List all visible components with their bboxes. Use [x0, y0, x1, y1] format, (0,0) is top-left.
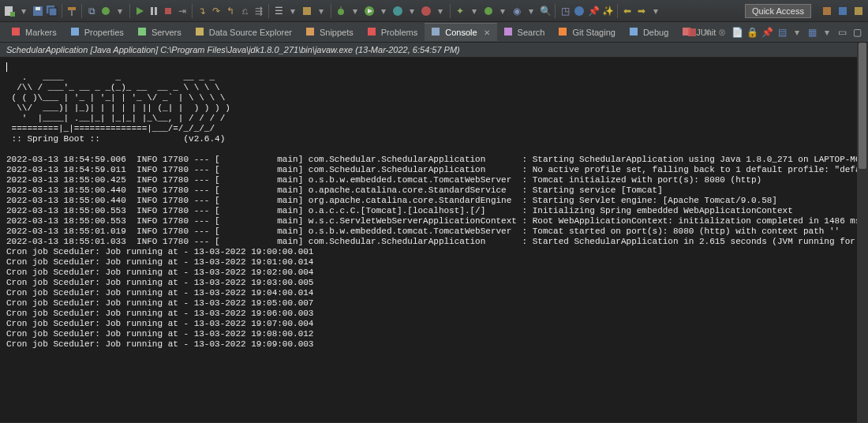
svg-rect-5: [49, 8, 57, 16]
tab-label: Problems: [381, 28, 417, 37]
tab-snippets[interactable]: Snippets: [299, 23, 361, 41]
scroll-lock-icon[interactable]: 🔒: [746, 26, 758, 39]
svg-rect-26: [71, 28, 79, 36]
tab-label: Properties: [84, 28, 124, 37]
separator: [129, 4, 130, 18]
vertical-scrollbar[interactable]: [857, 43, 868, 423]
separator: [617, 4, 618, 18]
svg-rect-27: [138, 28, 146, 36]
svg-rect-7: [71, 9, 73, 16]
wand-icon[interactable]: ✨: [601, 5, 614, 17]
log-lines-block: 2022-03-13 18:54:59.006 INFO 17780 --- […: [6, 155, 868, 246]
step-return-icon[interactable]: ↰: [224, 5, 237, 17]
open-task-icon[interactable]: ◉: [511, 5, 523, 17]
git-icon[interactable]: ◳: [559, 5, 571, 17]
save-icon[interactable]: [32, 5, 44, 17]
open-type-icon[interactable]: ✦: [454, 5, 466, 17]
separator: [331, 4, 331, 18]
tab-label: Data Source Explorer: [209, 28, 292, 37]
add-server-icon[interactable]: ☰: [272, 5, 285, 17]
main-toolbar: ▾ ⧉ ▾ ⇥ ↴ ↷ ↰ ⎌ ⇶ ☰ ▾ ▾ ▾ ▾ ▾ ▾ ✦ ▾: [0, 0, 868, 22]
svg-point-20: [485, 7, 492, 15]
new-package-icon[interactable]: [301, 5, 313, 17]
nav-forward-icon[interactable]: ➡: [635, 5, 648, 17]
drop-frame-icon[interactable]: ⎌: [238, 5, 251, 17]
dropdown-icon[interactable]: ▾: [377, 5, 390, 17]
tab-debug[interactable]: Debug: [623, 23, 675, 41]
tab-git-staging[interactable]: Git Staging: [552, 23, 622, 41]
dropdown-icon[interactable]: ▾: [17, 5, 30, 17]
dropdown-icon[interactable]: ▾: [468, 5, 481, 17]
pin-icon[interactable]: 📌: [587, 5, 600, 17]
new-icon[interactable]: [3, 5, 16, 17]
dropdown-icon[interactable]: ▾: [496, 5, 509, 17]
dropdown-icon[interactable]: ▾: [406, 5, 418, 17]
tab-console[interactable]: Console✕: [425, 23, 496, 41]
dropdown-icon[interactable]: ▾: [434, 5, 447, 17]
scrollbar-thumb[interactable]: [859, 43, 866, 169]
console-output[interactable]: . ____ _ __ _ _ /\\ / ___'_ __ _ _(_)_ _…: [0, 58, 868, 422]
tab-servers[interactable]: Servers: [131, 23, 189, 41]
nav-back-icon[interactable]: ⬅: [621, 5, 634, 17]
perspective-java-icon[interactable]: [821, 5, 833, 17]
save-all-icon[interactable]: [46, 5, 58, 17]
dropdown-icon[interactable]: ▾: [821, 26, 833, 39]
terminate-icon[interactable]: [686, 26, 698, 39]
svg-marker-9: [137, 7, 144, 15]
svg-rect-22: [823, 7, 831, 15]
svg-point-19: [421, 6, 431, 16]
run-green-icon[interactable]: [363, 5, 376, 17]
bug-icon[interactable]: [99, 5, 112, 17]
tab-markers[interactable]: Markers: [5, 23, 64, 41]
separator: [555, 4, 556, 18]
svg-rect-32: [504, 28, 512, 36]
run-icon[interactable]: [133, 5, 146, 17]
step-over-icon[interactable]: ↷: [210, 5, 223, 17]
display-selected-icon[interactable]: ▤: [776, 26, 788, 39]
debug-icon: [629, 27, 640, 38]
tab-properties[interactable]: Properties: [64, 23, 131, 41]
dropdown-icon[interactable]: ▾: [315, 5, 327, 17]
maximize-icon[interactable]: ▢: [851, 26, 863, 39]
open-console-dropdown-icon[interactable]: ▾: [791, 26, 803, 39]
pin-console-icon[interactable]: 📌: [761, 26, 773, 39]
data-source-explorer-icon: [195, 27, 206, 38]
debug-bug-icon[interactable]: [335, 5, 347, 17]
dropdown-icon[interactable]: ▾: [349, 5, 361, 17]
svg-rect-28: [196, 28, 204, 36]
stop-icon[interactable]: [162, 5, 174, 17]
coverage-icon[interactable]: [391, 5, 404, 17]
pause-icon[interactable]: [148, 5, 160, 17]
quick-access-field[interactable]: Quick Access: [745, 4, 811, 18]
remove-launch-icon[interactable]: ✖: [701, 26, 713, 39]
hammer-icon[interactable]: [65, 5, 78, 17]
minimize-icon[interactable]: ▭: [836, 26, 848, 39]
dropdown-icon[interactable]: ▾: [114, 5, 126, 17]
svg-rect-36: [688, 28, 696, 36]
clear-console-icon[interactable]: 📄: [731, 26, 743, 39]
separator: [192, 4, 193, 18]
new-console-icon[interactable]: ▦: [806, 26, 818, 39]
svg-rect-30: [368, 28, 376, 36]
search-icon[interactable]: 🔍: [539, 5, 552, 17]
new-class-icon[interactable]: [482, 5, 495, 17]
dropdown-icon[interactable]: ▾: [525, 5, 537, 17]
text-cursor: [6, 62, 7, 72]
dropdown-icon[interactable]: ▾: [286, 5, 299, 17]
globe-icon[interactable]: [573, 5, 586, 17]
tab-search[interactable]: Search: [497, 23, 552, 41]
tab-label: Debug: [643, 28, 668, 37]
tab-data-source-explorer[interactable]: Data Source Explorer: [189, 23, 299, 41]
remove-all-icon[interactable]: ⊗: [716, 26, 728, 39]
step-into-icon[interactable]: ↴: [196, 5, 208, 17]
step-filter-icon[interactable]: ⇶: [253, 5, 265, 17]
tab-problems[interactable]: Problems: [361, 23, 425, 41]
skip-icon[interactable]: ⧉: [85, 5, 98, 17]
svg-rect-31: [432, 28, 440, 36]
dropdown-icon[interactable]: ▾: [649, 5, 662, 17]
close-icon[interactable]: ✕: [484, 28, 490, 37]
perspective-git-icon[interactable]: [852, 5, 865, 17]
ext-tools-icon[interactable]: [420, 5, 432, 17]
perspective-debug-icon[interactable]: [836, 5, 849, 17]
disconnect-icon[interactable]: ⇥: [176, 5, 189, 17]
